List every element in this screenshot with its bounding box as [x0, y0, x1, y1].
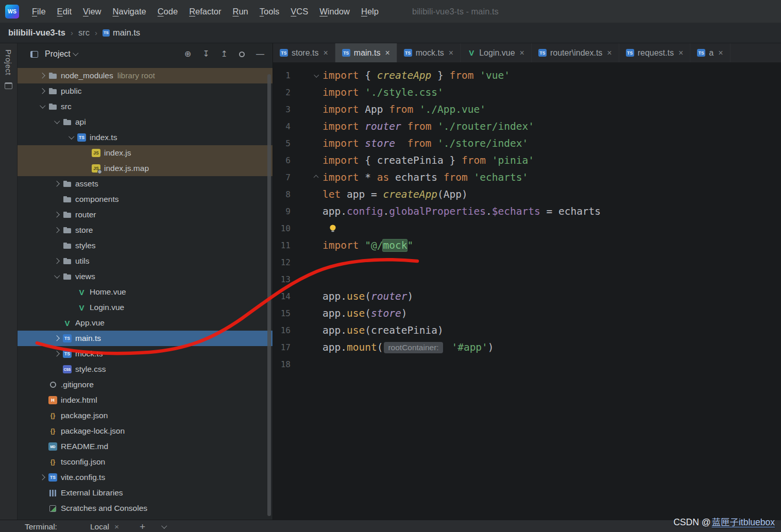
menu-item-navigate[interactable]: Navigate — [107, 7, 152, 16]
chevron-down-icon[interactable] — [66, 133, 77, 142]
breadcrumb-item-src[interactable]: src — [78, 28, 90, 38]
project-panel-title[interactable]: Project — [45, 49, 71, 59]
editor-tab-router-index-ts[interactable]: router\index.ts× — [532, 43, 619, 62]
line-number[interactable]: 4 — [273, 122, 291, 131]
tree-item-login-vue[interactable]: Login.vue — [18, 300, 273, 315]
chevron-down-icon[interactable] — [52, 272, 63, 281]
editor-line[interactable]: 5import store from './store/index' — [273, 135, 781, 152]
tree-item-tsconfig-json[interactable]: tsconfig.json — [18, 454, 273, 470]
tree-item-readme-md[interactable]: README.md — [18, 439, 273, 454]
chevron-right-icon[interactable] — [37, 473, 48, 482]
editor-line[interactable]: 16app.use(createPinia) — [273, 322, 781, 339]
editor-tab-a[interactable]: a× — [690, 43, 730, 62]
tree-item-router[interactable]: router — [18, 207, 273, 222]
chevron-down-icon[interactable] — [37, 102, 48, 111]
editor-line[interactable]: 15app.use(store) — [273, 305, 781, 322]
tree-scrollbar[interactable] — [267, 74, 271, 516]
settings-gear-icon[interactable] — [239, 52, 245, 57]
line-number[interactable]: 12 — [273, 258, 291, 267]
line-number[interactable]: 1 — [273, 71, 291, 80]
menu-item-run[interactable]: Run — [227, 7, 254, 16]
editor-line[interactable]: 11import "@/mock" — [273, 237, 781, 254]
editor-line[interactable]: 2import './style.css' — [273, 84, 781, 101]
editor-line[interactable]: 18 — [273, 356, 781, 373]
chevron-right-icon[interactable] — [52, 210, 63, 219]
line-number[interactable]: 3 — [273, 105, 291, 114]
close-tab-icon[interactable]: × — [678, 49, 683, 57]
terminal-tab-local[interactable]: Local × — [90, 522, 119, 531]
editor-tab-mock-ts[interactable]: mock.ts× — [397, 43, 461, 62]
tree-item-index-html[interactable]: index.html — [18, 392, 273, 408]
editor-line[interactable]: 13 — [273, 271, 781, 288]
tree-item-vite-config-ts[interactable]: vite.config.ts — [18, 470, 273, 485]
line-number[interactable]: 8 — [273, 190, 291, 199]
tree-item-package-lock-json[interactable]: package-lock.json — [18, 423, 273, 439]
line-number[interactable]: 10 — [273, 224, 291, 233]
line-number[interactable]: 15 — [273, 308, 291, 318]
close-tab-icon[interactable]: × — [323, 49, 328, 57]
tree-item-utils[interactable]: utils — [18, 253, 273, 269]
chevron-down-icon[interactable] — [72, 50, 80, 58]
editor-tab-store-ts[interactable]: store.ts× — [273, 43, 335, 62]
chevron-right-icon[interactable] — [37, 87, 48, 96]
close-tab-icon[interactable]: × — [607, 49, 612, 57]
editor-line[interactable]: 4import router from './router/index' — [273, 118, 781, 135]
fold-up-icon[interactable] — [309, 169, 322, 186]
fold-down-icon[interactable] — [309, 67, 322, 84]
editor-line[interactable]: 8let app = createApp(App) — [273, 186, 781, 203]
tree-item-index-js[interactable]: index.js — [18, 145, 273, 161]
tree-item-mock-ts[interactable]: mock.ts — [18, 346, 273, 362]
line-number[interactable]: 13 — [273, 274, 291, 284]
tree-item-views[interactable]: views — [18, 269, 273, 284]
tree-item-scratches-and-consoles[interactable]: Scratches and Consoles — [18, 501, 273, 516]
line-number[interactable]: 2 — [273, 88, 291, 97]
menu-item-view[interactable]: View — [77, 7, 107, 16]
menu-item-refactor[interactable]: Refactor — [183, 7, 227, 16]
menu-item-vcs[interactable]: VCS — [285, 7, 314, 16]
project-stripe-button[interactable]: Project — [4, 49, 13, 75]
tree-item-main-ts[interactable]: main.ts — [18, 331, 273, 346]
tree-item-style-css[interactable]: style.css — [18, 362, 273, 377]
menu-item-tools[interactable]: Tools — [254, 7, 285, 16]
line-number[interactable]: 5 — [273, 139, 291, 148]
tree-item-app-vue[interactable]: App.vue — [18, 315, 273, 331]
chevron-right-icon[interactable] — [52, 226, 63, 235]
menu-item-edit[interactable]: Edit — [52, 7, 77, 16]
line-number[interactable]: 6 — [273, 156, 291, 165]
chevron-right-icon[interactable] — [37, 71, 48, 80]
tree-item-src[interactable]: src — [18, 99, 273, 114]
tree-item-external-libraries[interactable]: External Libraries — [18, 485, 273, 501]
chevron-right-icon[interactable] — [52, 179, 63, 188]
line-number[interactable]: 16 — [273, 325, 291, 335]
editor-line[interactable]: 14app.use(router) — [273, 288, 781, 305]
chevron-down-icon[interactable] — [52, 117, 63, 127]
tree-item-components[interactable]: components — [18, 192, 273, 207]
tree-item-assets[interactable]: assets — [18, 176, 273, 192]
editor-tab-request-ts[interactable]: request.ts× — [619, 43, 691, 62]
line-number[interactable]: 18 — [273, 359, 291, 369]
hide-panel-icon[interactable]: — — [256, 50, 264, 58]
editor-line[interactable]: 3import App from './App.vue' — [273, 101, 781, 118]
line-number[interactable]: 7 — [273, 173, 291, 182]
tree-item-index-ts[interactable]: index.ts — [18, 130, 273, 145]
collapse-all-icon[interactable]: ↥ — [221, 50, 228, 58]
close-tab-icon[interactable]: × — [449, 49, 453, 57]
locate-file-icon[interactable]: ⊕ — [184, 50, 191, 58]
add-terminal-icon[interactable]: + — [140, 521, 145, 532]
menu-item-window[interactable]: Window — [314, 7, 355, 16]
close-tab-icon[interactable]: × — [520, 49, 524, 57]
editor-line[interactable]: 9app.config.globalProperties.$echarts = … — [273, 203, 781, 220]
code-editor[interactable]: 1import { createApp } from 'vue'2import … — [273, 63, 781, 520]
close-tab-icon[interactable]: × — [385, 49, 389, 57]
editor-line[interactable]: 12 — [273, 254, 781, 271]
tree-item-package-json[interactable]: package.json — [18, 408, 273, 423]
line-number[interactable]: 11 — [273, 241, 291, 250]
editor-line[interactable]: 10 — [273, 220, 781, 237]
line-number[interactable]: 17 — [273, 342, 291, 352]
editor-line[interactable]: 1import { createApp } from 'vue' — [273, 67, 781, 84]
close-tab-icon[interactable]: × — [718, 49, 723, 57]
line-number[interactable]: 9 — [273, 207, 291, 216]
tree-item-styles[interactable]: styles — [18, 238, 273, 253]
chevron-right-icon[interactable] — [52, 334, 63, 343]
editor-tab-login-vue[interactable]: Login.vue× — [461, 43, 532, 62]
